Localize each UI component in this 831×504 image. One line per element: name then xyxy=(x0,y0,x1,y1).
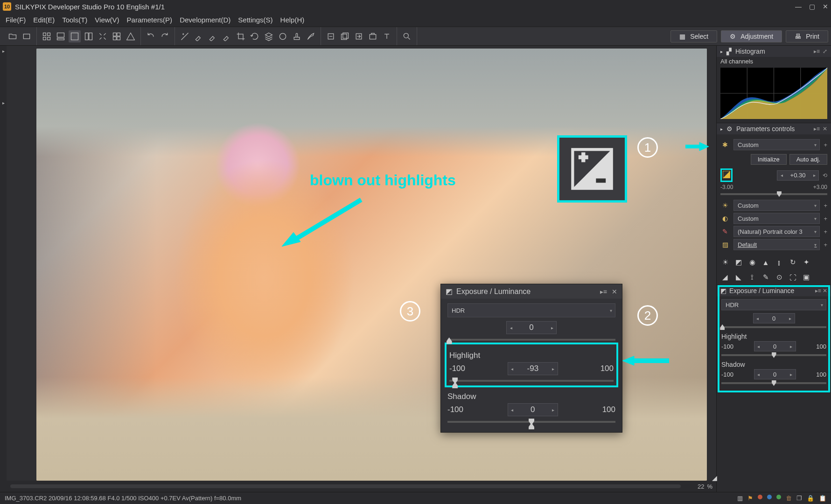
single-preview-icon[interactable] xyxy=(69,30,81,42)
status-trash-icon[interactable]: 🗑 xyxy=(786,495,792,502)
el-hdr-slider[interactable] xyxy=(721,326,826,328)
menu-settings[interactable]: Settings(S) xyxy=(234,14,276,25)
tone-preset-dropdown[interactable]: Custom▾ xyxy=(733,213,820,224)
menu-tools[interactable]: Tools(T) xyxy=(58,14,91,25)
el-shadow-slider[interactable] xyxy=(721,382,826,384)
taste-preset-dropdown[interactable]: Custom▾ xyxy=(733,139,820,150)
export-icon[interactable] xyxy=(353,30,365,42)
stamp2-tool-icon[interactable]: ▣ xyxy=(802,273,811,282)
batch-icon[interactable] xyxy=(367,30,379,42)
gutter-chevron-icon[interactable]: ▸ xyxy=(2,49,5,54)
black-picker-icon[interactable] xyxy=(221,30,233,42)
hdr-slider[interactable] xyxy=(447,339,615,341)
grey-picker-icon[interactable] xyxy=(193,30,205,42)
add-preset-icon[interactable]: + xyxy=(824,141,827,148)
spot-tool-icon[interactable] xyxy=(277,30,289,42)
status-monitor-icon[interactable]: ▥ xyxy=(737,495,743,502)
hdr-value-spinner[interactable]: ◂ 0 ▸ xyxy=(506,321,557,334)
image-canvas[interactable]: blown out highlights 1 ◩ Exposure xyxy=(7,46,716,481)
redo-icon[interactable] xyxy=(159,30,171,42)
spinner-decrement[interactable]: ◂ xyxy=(507,325,515,330)
add-icon[interactable]: + xyxy=(824,202,827,209)
status-paste-icon[interactable]: 📋 xyxy=(819,495,826,502)
status-dot-blue[interactable] xyxy=(767,495,772,499)
auto-adjust-button[interactable]: Auto adj. xyxy=(789,154,827,165)
exposure-slider[interactable] xyxy=(720,193,827,195)
print-mode-button[interactable]: 🖶 Print xyxy=(786,30,828,42)
status-dot-red[interactable] xyxy=(758,495,762,499)
level-tool-icon[interactable]: ⫿ xyxy=(775,258,784,267)
spinner-increment[interactable]: ▸ xyxy=(549,407,558,413)
menu-parameters[interactable]: Parameters(P) xyxy=(123,14,176,25)
multi-preview-icon[interactable] xyxy=(111,30,123,42)
panel-menu-icon[interactable]: ▸≡ xyxy=(600,288,607,295)
crop-tool-icon[interactable] xyxy=(235,30,247,42)
add-icon[interactable]: + xyxy=(824,228,827,235)
tone-tool-icon[interactable]: ◩ xyxy=(734,258,743,267)
menu-edit[interactable]: Edit(E) xyxy=(29,14,58,25)
horizontal-scrollbar[interactable] xyxy=(10,484,681,488)
rotate-tool-icon[interactable]: ↻ xyxy=(788,258,797,267)
spinner-increment[interactable]: ▸ xyxy=(549,366,558,371)
warning-icon[interactable] xyxy=(125,30,137,42)
el-highlight-slider[interactable] xyxy=(721,354,826,356)
sharp-tool-icon[interactable]: ▲ xyxy=(761,258,770,267)
status-dot-green[interactable] xyxy=(776,495,781,499)
highlight-value-spinner[interactable]: ◂ -93 ▸ xyxy=(508,362,558,375)
exposure-tool-icon[interactable] xyxy=(179,30,191,42)
grid-thumbnails-icon[interactable] xyxy=(41,30,53,42)
nr-preset-dropdown[interactable]: Default▾ xyxy=(733,239,820,250)
add-icon[interactable]: + xyxy=(824,241,827,248)
effects-tool-icon[interactable]: ✦ xyxy=(802,258,811,267)
maximize-button[interactable]: ▢ xyxy=(809,3,815,10)
develop-one-icon[interactable] xyxy=(325,30,337,42)
parameters-header[interactable]: ▸ ⚙ Parameters controls ▸≡✕ xyxy=(717,123,831,134)
develop-all-icon[interactable] xyxy=(339,30,351,42)
spinner-increment[interactable]: ▸ xyxy=(548,325,556,330)
crop2-tool-icon[interactable]: ⛶ xyxy=(788,273,797,282)
histogram-header[interactable]: ▸ ▞ Histogram ▸≡⤢ xyxy=(717,46,831,57)
shadow-value-spinner[interactable]: ◂ 0 ▸ xyxy=(508,403,558,416)
split-view-icon[interactable] xyxy=(83,30,95,42)
wb-preset-dropdown[interactable]: Custom▾ xyxy=(733,200,820,211)
panel-menu-icon[interactable]: ▸≡ xyxy=(814,126,820,132)
folder-tree-icon[interactable] xyxy=(7,30,19,42)
skin-picker-icon[interactable] xyxy=(207,30,219,42)
status-lock-icon[interactable]: 🔒 xyxy=(807,495,814,502)
add-icon[interactable]: + xyxy=(824,215,827,222)
single-frame-icon[interactable] xyxy=(21,30,33,42)
panel-detach-icon[interactable]: ⤢ xyxy=(823,48,827,55)
panel-close-icon[interactable]: ✕ xyxy=(823,126,827,132)
brush-tool-icon[interactable] xyxy=(305,30,317,42)
undo-icon[interactable] xyxy=(145,30,157,42)
stamp-tool-icon[interactable] xyxy=(291,30,303,42)
text-tool-icon[interactable] xyxy=(381,30,393,42)
adjustment-mode-button[interactable]: ⚙ Adjustment xyxy=(721,30,782,42)
exposure-row-icon[interactable] xyxy=(720,168,733,182)
panel-menu-icon[interactable]: ▸≡ xyxy=(814,48,820,55)
loupe-icon[interactable] xyxy=(401,30,413,42)
fit-screen-icon[interactable] xyxy=(97,30,109,42)
wb-tool-icon[interactable]: ☀ xyxy=(720,258,730,267)
status-copy-icon[interactable]: ❐ xyxy=(796,495,802,502)
spinner-decrement[interactable]: ◂ xyxy=(508,366,517,371)
menu-development[interactable]: Development(D) xyxy=(176,14,234,25)
lens-tool-icon[interactable]: ⟟ xyxy=(747,273,757,282)
minimize-button[interactable]: — xyxy=(795,3,802,10)
exposure-reset-icon[interactable]: ⟲ xyxy=(823,172,827,179)
panel-close-icon[interactable]: ✕ xyxy=(612,288,617,295)
rotate-tool-icon[interactable] xyxy=(249,30,261,42)
layers-icon[interactable] xyxy=(263,30,275,42)
menu-view[interactable]: View(V) xyxy=(91,14,123,25)
exposure-value-spinner[interactable]: ◂+0.30▸ xyxy=(777,170,819,181)
spinner-decrement[interactable]: ◂ xyxy=(508,407,517,413)
hdr-dropdown[interactable]: HDR ▾ xyxy=(447,303,615,317)
highlight-tool-icon[interactable]: ◢ xyxy=(720,273,730,282)
close-button[interactable]: ✕ xyxy=(823,3,828,10)
menu-help[interactable]: Help(H) xyxy=(277,14,308,25)
shadow-slider[interactable] xyxy=(447,421,615,423)
filmstrip-bottom-icon[interactable] xyxy=(55,30,67,42)
menu-file[interactable]: File(F) xyxy=(2,14,29,25)
color-tool-icon[interactable]: ◉ xyxy=(747,258,757,267)
status-flag-icon[interactable]: ⚑ xyxy=(747,495,753,502)
